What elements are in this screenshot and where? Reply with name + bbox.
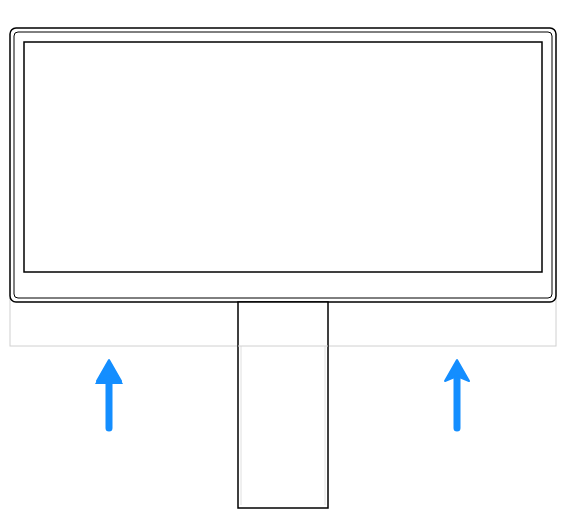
arrow-left-up-icon (95, 360, 123, 428)
monitor-diagram (0, 0, 566, 528)
monitor-stand (238, 302, 328, 508)
arrow-right-up-icon (445, 360, 469, 428)
diagram-svg (0, 0, 566, 528)
svg-rect-3 (24, 42, 542, 272)
svg-rect-4 (238, 302, 328, 508)
monitor (10, 28, 556, 302)
